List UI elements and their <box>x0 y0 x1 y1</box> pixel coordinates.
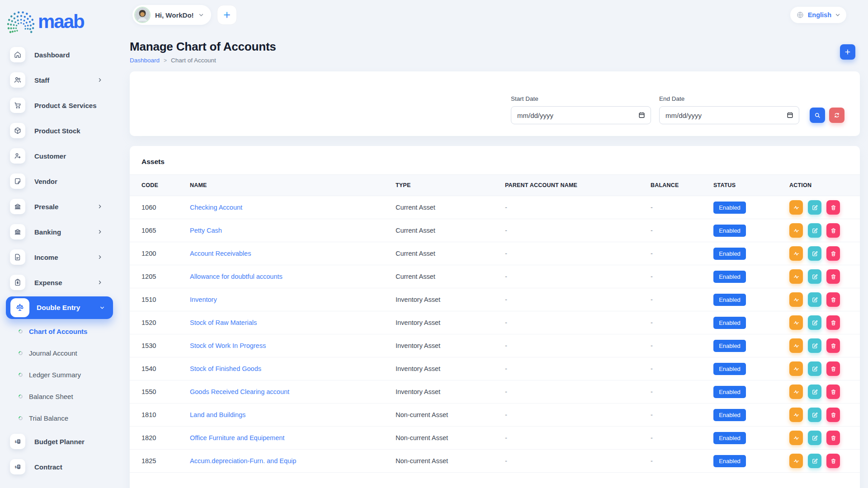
status-badge: Enabled <box>713 386 746 398</box>
delete-button[interactable] <box>826 246 840 261</box>
edit-button[interactable] <box>808 315 821 330</box>
activity-button[interactable] <box>789 200 803 215</box>
create-account-button[interactable] <box>840 44 855 60</box>
activity-button[interactable] <box>789 408 803 422</box>
account-name-link[interactable]: Land and Buildings <box>190 411 245 418</box>
end-date-input[interactable] <box>659 106 799 124</box>
account-balance: - <box>639 219 702 242</box>
edit-button[interactable] <box>808 269 821 284</box>
sidebar-item-dashboard[interactable]: Dashboard <box>0 42 122 67</box>
edit-button[interactable] <box>808 385 821 399</box>
activity-button[interactable] <box>789 292 803 307</box>
account-name-link[interactable]: Stock of Raw Materials <box>190 319 257 326</box>
edit-button[interactable] <box>808 200 821 215</box>
delete-button[interactable] <box>826 315 840 330</box>
search-button[interactable] <box>810 108 825 123</box>
account-name-link[interactable]: Office Furniture and Equipement <box>190 434 284 441</box>
account-name-link[interactable]: Petty Cash <box>190 227 222 234</box>
language-selector[interactable]: English <box>790 7 846 23</box>
sidebar-item-product-stock[interactable]: Product Stock <box>0 118 122 143</box>
edit-button[interactable] <box>808 431 821 445</box>
activity-button[interactable] <box>789 223 803 238</box>
activity-button[interactable] <box>789 246 803 261</box>
expense-clipboard-icon <box>10 275 25 290</box>
sidebar-item-vendor[interactable]: Vendor <box>0 169 122 194</box>
sidebar-item-presale[interactable]: Presale <box>0 194 122 219</box>
svg-text:$: $ <box>15 465 17 469</box>
edit-button[interactable] <box>808 292 821 307</box>
col-type: TYPE <box>384 175 493 196</box>
sidebar-subitem-trial-balance[interactable]: Trial Balance <box>0 407 122 429</box>
reset-button[interactable] <box>829 108 844 123</box>
account-name-link[interactable]: Stock of Work In Progress <box>190 342 266 349</box>
activity-button[interactable] <box>789 431 803 445</box>
account-name-link[interactable]: Allowance for doubtful accounts <box>190 273 283 280</box>
sidebar-item-contract[interactable]: $Contract <box>0 454 122 479</box>
edit-button[interactable] <box>808 361 821 376</box>
account-name-link[interactable]: Checking Account <box>190 204 242 211</box>
account-name-link[interactable]: Account Receivables <box>190 250 251 257</box>
main-content: Hi, WorkDo! English <box>122 0 868 488</box>
edit-button[interactable] <box>808 454 821 468</box>
sidebar-item-double-entry[interactable]: Double Entry <box>6 296 113 319</box>
sidebar-subitem-chart-of-accounts[interactable]: Chart of Accounts <box>0 320 122 342</box>
sidebar-item-expense[interactable]: Expense <box>0 270 122 295</box>
account-name-link[interactable]: Goods Received Clearing account <box>190 388 289 395</box>
delete-button[interactable] <box>826 431 840 445</box>
brand-wordmark: maab <box>38 12 84 31</box>
edit-button[interactable] <box>808 338 821 353</box>
delete-button[interactable] <box>826 200 840 215</box>
delete-button[interactable] <box>826 223 840 238</box>
sidebar-item-budget-planner[interactable]: $Budget Planner <box>0 429 122 454</box>
sidebar-item-staff[interactable]: Staff <box>0 67 122 93</box>
activity-button[interactable] <box>789 338 803 353</box>
edit-button[interactable] <box>808 246 821 261</box>
topbar: Hi, WorkDo! English <box>130 0 860 30</box>
activity-button[interactable] <box>789 315 803 330</box>
edit-button[interactable] <box>808 408 821 422</box>
edit-button[interactable] <box>808 223 821 238</box>
trash-icon <box>830 435 837 441</box>
user-menu[interactable]: Hi, WorkDo! <box>132 5 211 25</box>
chevron-down-icon <box>835 12 840 18</box>
parent-account-name: - <box>493 196 639 219</box>
delete-button[interactable] <box>826 338 840 353</box>
sidebar-subitem-balance-sheet[interactable]: Balance Sheet <box>0 385 122 407</box>
start-date-input[interactable] <box>511 106 651 124</box>
table-row: 1520 Stock of Raw Materials Inventory As… <box>130 311 860 334</box>
delete-button[interactable] <box>826 385 840 399</box>
account-code: 1205 <box>130 265 178 288</box>
account-code: 1060 <box>130 196 178 219</box>
sidebar-item-product-services[interactable]: Product & Services <box>0 93 122 118</box>
activity-button[interactable] <box>789 385 803 399</box>
delete-button[interactable] <box>826 361 840 376</box>
trash-icon <box>830 412 837 418</box>
users-icon <box>10 72 25 88</box>
account-code: 1540 <box>130 357 178 380</box>
sidebar-item-customer[interactable]: Customer <box>0 143 122 169</box>
sidebar-subitem-ledger-summary[interactable]: Ledger Summary <box>0 364 122 385</box>
sidebar-item-banking[interactable]: Banking <box>0 219 122 244</box>
sidebar-subitem-journal-account[interactable]: Journal Account <box>0 342 122 364</box>
home-icon <box>10 47 25 62</box>
account-name-link[interactable]: Accum.depreciation-Furn. and Equip <box>190 457 296 465</box>
delete-button[interactable] <box>826 454 840 468</box>
end-date-label: End Date <box>659 95 799 102</box>
activity-icon <box>793 389 800 395</box>
activity-button[interactable] <box>789 269 803 284</box>
activity-button[interactable] <box>789 361 803 376</box>
quick-add-button[interactable] <box>217 5 237 25</box>
delete-button[interactable] <box>826 408 840 422</box>
parent-account-name: - <box>493 380 639 404</box>
status-badge: Enabled <box>713 294 746 306</box>
account-name-link[interactable]: Stock of Finished Goods <box>190 365 261 372</box>
delete-button[interactable] <box>826 269 840 284</box>
brand-logo[interactable]: maab <box>0 5 122 39</box>
section-title: Assets <box>130 146 860 166</box>
sidebar-item-income[interactable]: Income <box>0 244 122 270</box>
activity-button[interactable] <box>789 454 803 468</box>
account-name-link[interactable]: Inventory <box>190 296 217 303</box>
chevron-down-icon <box>198 12 204 18</box>
delete-button[interactable] <box>826 292 840 307</box>
breadcrumb-dashboard-link[interactable]: Dashboard <box>130 57 160 64</box>
